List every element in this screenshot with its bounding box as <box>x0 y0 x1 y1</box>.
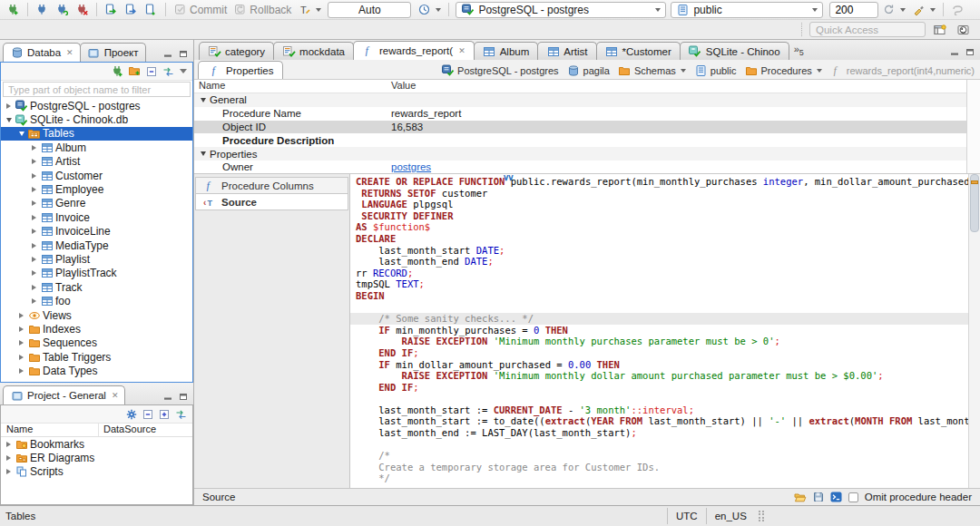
property-value[interactable]: postgres <box>391 161 980 172</box>
code-line[interactable]: IF min_monthly_purchases = 0 THEN <box>350 325 968 336</box>
collapse-all-icon[interactable] <box>142 409 153 420</box>
column-header-value[interactable]: Value <box>391 80 416 93</box>
breadcrumb-procedures[interactable]: Procedures <box>745 65 822 76</box>
status-locale[interactable]: en_US <box>706 508 755 524</box>
code-line[interactable]: rr RECORD; <box>350 268 968 279</box>
editor-tab-mockdata[interactable]: mockdata <box>273 42 354 60</box>
maximize-icon[interactable] <box>179 393 188 401</box>
tree-item-invoiceline[interactable]: InvoiceLine <box>1 225 192 239</box>
collapse-all-icon[interactable] <box>146 66 157 77</box>
side-tab-procedure-columns[interactable]: fProcedure Columns <box>195 177 348 194</box>
schema-select[interactable]: public <box>671 2 823 18</box>
expand-arrow-icon[interactable] <box>17 368 25 374</box>
code-line[interactable]: last_month_start DATE; <box>350 245 968 257</box>
expand-arrow-icon[interactable] <box>30 285 38 290</box>
code-line[interactable]: END IF; <box>350 347 968 359</box>
code-line[interactable]: END IF; <box>350 382 968 394</box>
gear-icon[interactable] <box>126 409 137 420</box>
transaction-mode-button[interactable]: T <box>295 1 324 19</box>
tree-item-playlisttrack[interactable]: PlaylistTrack <box>1 267 192 280</box>
editor-tab-category[interactable]: category <box>199 42 274 60</box>
code-line[interactable]: AS $function$ <box>350 221 968 233</box>
code-line[interactable] <box>350 439 968 451</box>
code-line[interactable]: last_month_end := LAST_DAY(last_month_st… <box>350 427 968 439</box>
expand-arrow-icon[interactable] <box>5 103 13 109</box>
tab-properties[interactable]: fProperties <box>198 61 283 79</box>
project-item-er-diagrams[interactable]: ER Diagrams <box>1 451 192 464</box>
tree-item-table-triggers[interactable]: Table Triggers <box>1 350 192 364</box>
tree-item-employee[interactable]: Employee <box>1 182 192 196</box>
tree-item-mediatype[interactable]: MediaType <box>1 239 192 252</box>
minimize-icon[interactable] <box>950 48 959 56</box>
editor-tab-album[interactable]: Album <box>474 42 539 60</box>
breadcrumb-pagila[interactable]: pagila <box>567 65 610 76</box>
minimize-icon[interactable] <box>163 50 172 58</box>
grid-paint-button[interactable] <box>909 1 938 19</box>
expand-arrow-icon[interactable] <box>30 200 38 206</box>
tree-item-customer[interactable]: Customer <box>1 169 192 182</box>
save-to-file-icon[interactable] <box>813 492 824 502</box>
rollback-button[interactable]: Rollback <box>230 1 294 19</box>
lasso-button[interactable] <box>948 1 967 19</box>
tree-item-invoice[interactable]: Invoice <box>1 210 192 224</box>
tree-item-track[interactable]: Track <box>1 280 192 294</box>
connect-button[interactable] <box>33 1 52 19</box>
collapse-arrow-icon[interactable] <box>201 98 206 102</box>
grid-group-general[interactable]: General <box>194 93 980 107</box>
expand-arrow-icon[interactable] <box>17 355 25 360</box>
code-line[interactable]: DECLARE <box>350 233 968 245</box>
fetch-size-input[interactable] <box>829 2 878 18</box>
expand-arrow-icon[interactable] <box>30 257 38 262</box>
tree-item-album[interactable]: Album <box>1 141 192 154</box>
expand-arrow-icon[interactable] <box>17 326 25 332</box>
collapse-arrow-icon[interactable] <box>201 151 206 156</box>
code-line[interactable]: tmpSQL TEXT; <box>350 278 968 290</box>
expand-arrow-icon[interactable] <box>30 229 38 234</box>
open-console-icon[interactable] <box>830 492 842 502</box>
tree-item-postgresql-postgres[interactable]: PostgreSQL - postgres <box>1 99 192 112</box>
omit-header-label[interactable]: Omit procedure header <box>865 492 972 502</box>
chevron-down-icon[interactable] <box>681 69 686 73</box>
datasource-select[interactable]: PostgreSQL - postgres <box>456 2 666 18</box>
code-line[interactable]: last_month_end DATE; <box>350 256 968 268</box>
grid-group-properties[interactable]: Properties <box>194 147 980 161</box>
tree-item-foo[interactable]: foo <box>1 294 192 307</box>
object-filter-input[interactable] <box>3 82 191 97</box>
chevron-down-icon[interactable] <box>817 69 822 73</box>
status-timezone[interactable]: UTC <box>667 508 706 524</box>
omit-header-checkbox[interactable] <box>848 492 858 502</box>
editor-tab-artist[interactable]: Artist <box>537 42 596 60</box>
new-connection-icon[interactable] <box>112 65 123 77</box>
link-with-editor-icon[interactable] <box>175 409 187 420</box>
tree-item-data-types[interactable]: Data Types <box>1 364 192 377</box>
column-header-datasource[interactable]: DataSource <box>99 424 156 436</box>
new-sql-editor-button[interactable] <box>142 1 161 19</box>
tab-projects[interactable]: Проект <box>80 43 146 62</box>
code-line[interactable]: last_month_start := CURRENT_DATE - '3 mo… <box>350 404 968 416</box>
expand-arrow-icon[interactable] <box>5 469 13 474</box>
new-folder-icon[interactable] <box>129 66 141 76</box>
project-item-bookmarks[interactable]: Bookmarks <box>1 437 192 451</box>
open-perspective-button[interactable] <box>930 21 949 39</box>
commit-button[interactable]: Commit <box>171 1 230 19</box>
code-line[interactable]: IF min_dollar_amount_purchased = 0.00 TH… <box>350 359 968 371</box>
maximize-icon[interactable] <box>179 50 188 58</box>
expand-all-icon[interactable] <box>159 409 170 420</box>
expand-arrow-icon[interactable] <box>5 442 13 447</box>
code-line[interactable]: RETURNS SETOF customer <box>350 188 968 200</box>
transaction-log-button[interactable] <box>415 1 444 19</box>
grid-row-object-id[interactable]: Object ID16,583 <box>194 121 980 134</box>
tab-project-general[interactable]: Project - General✕ <box>3 385 125 404</box>
tree-item-views[interactable]: Views <box>1 308 192 322</box>
minimize-icon[interactable] <box>163 393 172 401</box>
breadcrumb-rewards-report-int4-numeric[interactable]: frewards_report(int4,numeric) <box>830 65 975 76</box>
expand-arrow-icon[interactable] <box>5 455 13 461</box>
tab-overflow-button[interactable]: »5 <box>789 44 809 60</box>
tree-item-tables[interactable]: Tables <box>1 127 192 141</box>
code-line[interactable]: /* Some sanity checks... */ <box>350 313 968 325</box>
code-line[interactable]: last_month_start := to_date((extract(YEA… <box>350 415 968 427</box>
tree-item-indexes[interactable]: Indexes <box>1 322 192 336</box>
tab-source-bottom[interactable]: Source <box>202 492 235 502</box>
grid-scrollbar[interactable] <box>966 80 980 173</box>
editor-tab-sqlite-chinoo[interactable]: SQLite - Chinoo <box>680 42 789 60</box>
